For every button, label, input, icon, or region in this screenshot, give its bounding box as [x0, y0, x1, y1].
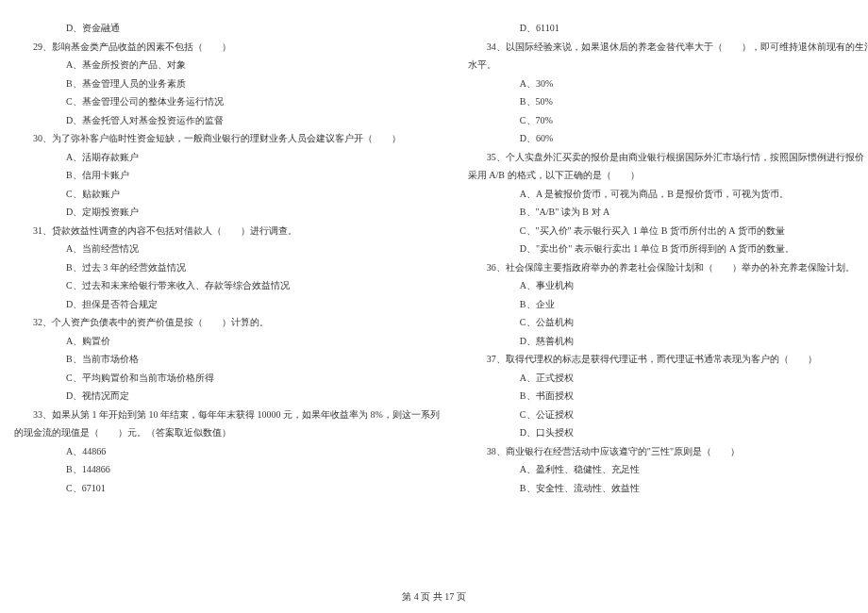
option-text: D、视情况而定 [14, 387, 440, 406]
option-text: A、活期存款账户 [14, 148, 440, 167]
option-text: A、30% [468, 75, 868, 93]
question-stem: 32、个人资产负债表中的资产价值是按（ ）计算的。 [14, 313, 440, 332]
right-column: D、61101 34、以国际经验来说，如果退休后的养老金替代率大于（ ），即可维… [468, 19, 868, 497]
option-text: C、公证授权 [468, 406, 868, 424]
question-stem: 35、个人实盘外汇买卖的报价是由商业银行根据国际外汇市场行情，按照国际惯例进行报… [468, 148, 868, 167]
option-text: C、公益机构 [468, 313, 868, 332]
question-stem: 33、如果从第 1 年开始到第 10 年结束，每年年末获得 10000 元，如果… [14, 406, 440, 424]
option-text: D、定期投资账户 [14, 203, 440, 222]
question-stem: 31、贷款效益性调查的内容不包括对借款人（ ）进行调查。 [14, 222, 440, 240]
option-text: C、67101 [14, 479, 440, 498]
option-text: B、"A/B" 读为 B 对 A [468, 203, 868, 222]
question-stem-cont: 采用 A/B 的格式，以下正确的是（ ） [468, 166, 868, 185]
option-text: B、企业 [468, 295, 868, 314]
option-text: C、"买入价" 表示银行买入 1 单位 B 货币所付出的 A 货币的数量 [468, 222, 868, 240]
option-text: A、正式授权 [468, 369, 868, 388]
question-stem: 38、商业银行在经营活动中应该遵守的"三性"原则是（ ） [468, 442, 868, 461]
option-text: C、平均购置价和当前市场价格所得 [14, 369, 440, 388]
option-text: D、61101 [468, 19, 868, 38]
question-stem: 29、影响基金类产品收益的因素不包括（ ） [14, 38, 440, 57]
question-stem: 36、社会保障主要指政府举办的养老社会保险计划和（ ）举办的补充养老保险计划。 [468, 258, 868, 277]
option-text: B、过去 3 年的经营效益情况 [14, 258, 440, 277]
option-text: D、担保是否符合规定 [14, 295, 440, 314]
option-text: D、资金融通 [14, 19, 440, 38]
question-stem: 30、为了弥补客户临时性资金短缺，一般商业银行的理财业务人员会建议客户开（ ） [14, 129, 440, 148]
option-text: C、过去和未来给银行带来收入、存款等综合效益情况 [14, 276, 440, 295]
option-text: C、贴款账户 [14, 185, 440, 204]
option-text: D、口头授权 [468, 423, 868, 442]
option-text: B、50% [468, 92, 868, 111]
option-text: B、信用卡账户 [14, 166, 440, 185]
question-stem-cont: 水平。 [468, 56, 868, 75]
option-text: C、基金管理公司的整体业务运行情况 [14, 92, 440, 111]
left-column: D、资金融通 29、影响基金类产品收益的因素不包括（ ） A、基金所投资的产品、… [14, 19, 440, 497]
option-text: A、A 是被报价货币，可视为商品，B 是报价货币，可视为货币。 [468, 185, 868, 204]
page-content: D、资金融通 29、影响基金类产品收益的因素不包括（ ） A、基金所投资的产品、… [0, 0, 868, 506]
option-text: D、慈善机构 [468, 332, 868, 351]
option-text: D、60% [468, 129, 868, 148]
page-footer: 第 4 页 共 17 页 [0, 590, 868, 604]
option-text: B、书面授权 [468, 387, 868, 406]
option-text: B、安全性、流动性、效益性 [468, 479, 868, 498]
question-stem: 37、取得代理权的标志是获得代理证书，而代理证书通常表现为客户的（ ） [468, 350, 868, 369]
option-text: C、70% [468, 111, 868, 130]
option-text: D、基金托管人对基金投资运作的监督 [14, 111, 440, 130]
option-text: A、44866 [14, 442, 440, 461]
option-text: A、当前经营情况 [14, 240, 440, 258]
option-text: A、事业机构 [468, 276, 868, 295]
option-text: A、购置价 [14, 332, 440, 351]
option-text: D、"卖出价" 表示银行卖出 1 单位 B 货币所得到的 A 货币的数量。 [468, 240, 868, 258]
option-text: B、144866 [14, 460, 440, 479]
question-stem-cont: 的现金流的现值是（ ）元。（答案取近似数值） [14, 423, 440, 442]
option-text: A、基金所投资的产品、对象 [14, 56, 440, 75]
question-stem: 34、以国际经验来说，如果退休后的养老金替代率大于（ ），即可维持退休前现有的生… [468, 38, 868, 57]
option-text: B、基金管理人员的业务素质 [14, 75, 440, 93]
option-text: A、盈利性、稳健性、充足性 [468, 460, 868, 479]
option-text: B、当前市场价格 [14, 350, 440, 369]
